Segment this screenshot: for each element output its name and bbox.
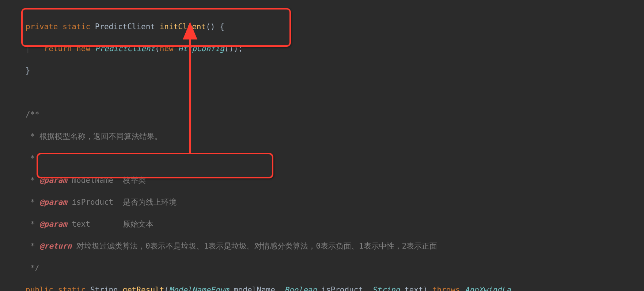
javadoc-line[interactable]: * bbox=[26, 153, 644, 164]
code-line[interactable]: public static String getResult(ModelName… bbox=[26, 284, 644, 291]
keyword-static: static bbox=[58, 286, 86, 291]
javadoc-param-tag: @param bbox=[39, 176, 67, 185]
keyword-throws: throws bbox=[432, 286, 460, 291]
keyword-private: private bbox=[26, 22, 58, 31]
type-name: HttpConfig bbox=[178, 44, 224, 53]
param-type: ModelNameEnum bbox=[169, 286, 229, 291]
keyword-static: static bbox=[62, 22, 90, 31]
type-name: String bbox=[90, 286, 118, 291]
param-type: String bbox=[372, 286, 400, 291]
keyword-new: new bbox=[160, 44, 174, 53]
javadoc-line[interactable]: * 根据模型名称，返回不同算法结果。 bbox=[26, 131, 644, 142]
code-line[interactable]: } bbox=[26, 65, 644, 76]
code-editor[interactable]: private static PredictClient initClient(… bbox=[0, 0, 644, 291]
javadoc-param[interactable]: * @param text 原始文本 bbox=[26, 219, 644, 230]
method-name: getResult bbox=[123, 286, 164, 291]
code-line[interactable]: private static PredictClient initClient(… bbox=[26, 21, 644, 32]
keyword-new: new bbox=[76, 44, 90, 53]
javadoc-param[interactable]: * @param modelName 枚举类 bbox=[26, 175, 644, 186]
javadoc-param-tag: @param bbox=[39, 220, 67, 228]
javadoc-param[interactable]: * @param isProduct 是否为线上环境 bbox=[26, 197, 644, 208]
method-name: initClient bbox=[160, 22, 206, 31]
keyword-return: return bbox=[44, 44, 72, 53]
type-name: PredictClient bbox=[95, 44, 155, 53]
javadoc-return[interactable]: * @return 对垃圾过滤类算法，0表示不是垃圾、1表示是垃圾。对情感分类算… bbox=[26, 241, 644, 252]
exception-type: AppXwindLa bbox=[460, 286, 511, 291]
keyword-public: public bbox=[26, 286, 53, 291]
type-name: PredictClient bbox=[95, 22, 155, 31]
code-line[interactable]: | return new PredictClient(new HttpConfi… bbox=[26, 43, 644, 54]
code-line[interactable] bbox=[26, 87, 644, 98]
javadoc-open[interactable]: /** bbox=[26, 109, 644, 120]
param-type: Boolean bbox=[284, 286, 317, 291]
javadoc-param-tag: @param bbox=[39, 198, 67, 207]
javadoc-close[interactable]: */ bbox=[26, 262, 644, 273]
javadoc-return-tag: @return bbox=[39, 242, 72, 250]
